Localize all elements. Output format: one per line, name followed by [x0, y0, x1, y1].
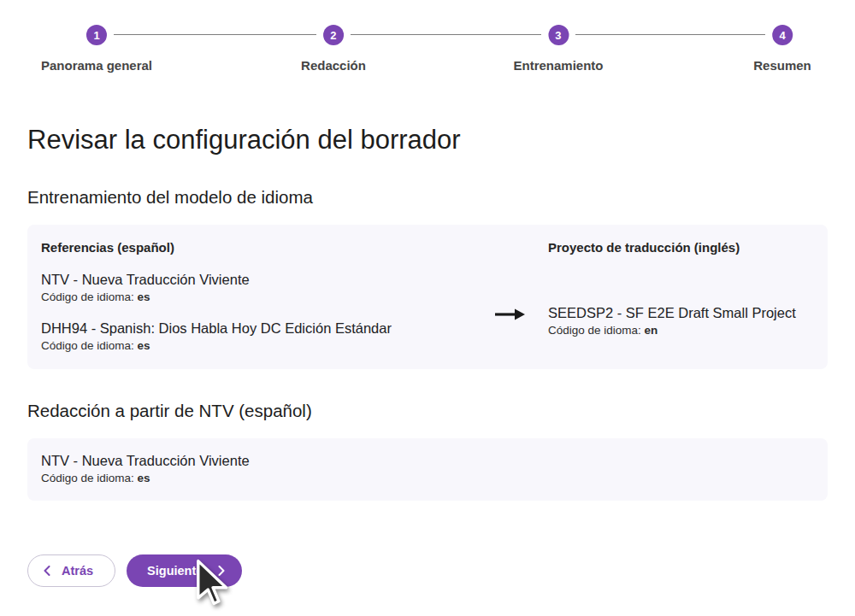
list-item: SEEDSP2 - SF E2E Draft Small Project Cód…	[548, 305, 814, 337]
step-number-icon[interactable]: 4	[772, 25, 793, 45]
back-button[interactable]: Atrás	[27, 554, 115, 587]
step-overview[interactable]: 1 Panorama general	[41, 25, 152, 73]
arrow-right-icon	[495, 308, 526, 321]
target-column-header: Proyecto de traducción (inglés)	[548, 240, 814, 255]
language-code-label: Código de idioma:	[41, 472, 134, 484]
resource-name: NTV - Nueva Traducción Viviente	[41, 453, 814, 469]
language-code-value: es	[138, 472, 150, 484]
back-button-label: Atrás	[62, 564, 93, 578]
step-label: Panorama general	[41, 58, 152, 73]
resource-name: DHH94 - Spanish: Dios Habla Hoy DC Edici…	[41, 320, 473, 337]
step-connector	[575, 34, 765, 35]
language-code-line: Código de idioma: es	[41, 290, 473, 303]
drafting-source-card: NTV - Nueva Traducción Viviente Código d…	[27, 438, 828, 501]
step-number-icon[interactable]: 1	[86, 25, 107, 45]
step-label: Resumen	[753, 58, 811, 73]
training-sources-column: Referencias (español) NTV - Nueva Traduc…	[41, 240, 473, 352]
mapping-arrow-column	[473, 240, 548, 352]
next-button[interactable]: Siguiente	[127, 554, 242, 587]
training-section-heading: Entrenamiento del modelo de idioma	[27, 187, 828, 208]
list-item: DHH94 - Spanish: Dios Habla Hoy DC Edici…	[41, 320, 473, 352]
wizard-actions: Atrás Siguiente	[27, 554, 828, 587]
step-number-icon[interactable]: 3	[548, 25, 569, 45]
training-target-column: Proyecto de traducción (inglés) SEEDSP2 …	[548, 240, 814, 352]
step-training[interactable]: 3 Entrenamiento	[513, 25, 603, 73]
language-code-value: es	[138, 290, 150, 303]
step-label: Entrenamiento	[513, 58, 603, 73]
training-config-card: Referencias (español) NTV - Nueva Traduc…	[27, 225, 828, 369]
page-title: Revisar la configuración del borrador	[27, 125, 828, 155]
list-item: NTV - Nueva Traducción Viviente Código d…	[41, 453, 814, 484]
chevron-left-icon	[44, 566, 50, 576]
language-code-value: es	[138, 339, 150, 352]
chevron-right-icon	[218, 566, 225, 576]
sources-column-header: Referencias (español)	[41, 240, 473, 255]
step-drafting[interactable]: 2 Redacción	[301, 25, 366, 73]
resource-name: NTV - Nueva Traducción Viviente	[41, 272, 473, 288]
next-button-label: Siguiente	[147, 564, 203, 578]
main-content: Revisar la configuración del borrador En…	[27, 125, 828, 587]
language-code-label: Código de idioma:	[41, 290, 134, 303]
language-code-line: Código de idioma: es	[41, 339, 473, 352]
language-code-line: Código de idioma: es	[41, 472, 814, 484]
language-code-label: Código de idioma:	[548, 324, 641, 337]
step-label: Redacción	[301, 58, 366, 73]
language-code-line: Código de idioma: en	[548, 324, 814, 337]
language-code-label: Código de idioma:	[41, 339, 134, 352]
project-name: SEEDSP2 - SF E2E Draft Small Project	[548, 305, 814, 321]
step-number-icon[interactable]: 2	[323, 25, 344, 45]
list-item: NTV - Nueva Traducción Viviente Código d…	[41, 272, 473, 303]
drafting-section-heading: Redacción a partir de NTV (español)	[27, 401, 828, 421]
wizard-stepper: 1 Panorama general 2 Redacción 3 Entrena…	[0, 0, 855, 82]
language-code-value: en	[645, 324, 658, 337]
step-summary[interactable]: 4 Resumen	[753, 25, 811, 73]
